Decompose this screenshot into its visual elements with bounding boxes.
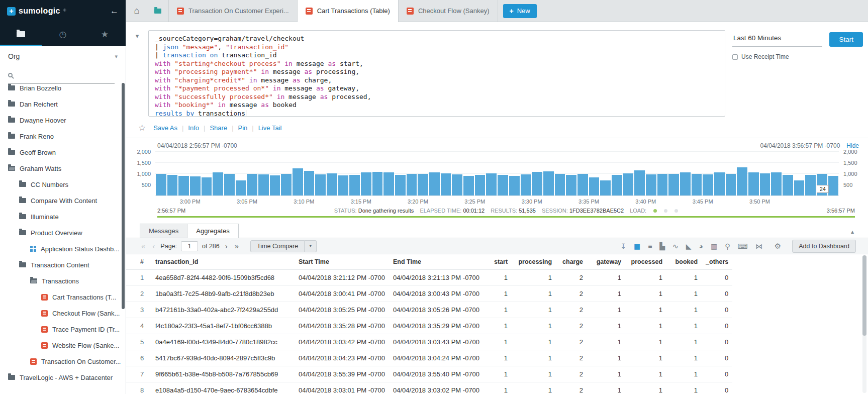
histogram-bar[interactable] (475, 175, 486, 195)
histogram-bar[interactable] (555, 174, 565, 195)
histogram-bar[interactable] (327, 173, 337, 195)
sidebar-item-product-overview[interactable]: Product Overview (0, 225, 126, 241)
sidebar-item-application-status-dashb[interactable]: Application Status Dashb... (0, 241, 126, 257)
histogram-bar[interactable] (737, 167, 747, 195)
column-header-gateway[interactable]: gateway (587, 254, 625, 270)
table-row[interactable]: 21ba0a3f1-7c25-48b9-9afb-c21f8d8b23eb04/… (126, 286, 732, 302)
collapse-results-icon[interactable]: ▴ (851, 228, 854, 238)
histogram-bar[interactable] (486, 173, 497, 195)
page-input[interactable] (181, 241, 198, 251)
sidebar-item-graham-watts[interactable]: Graham Watts (0, 160, 126, 176)
sidebar-search[interactable] (0, 66, 126, 83)
histogram-bar[interactable] (463, 176, 474, 195)
histogram-bar[interactable] (646, 174, 656, 195)
table-row[interactable]: 65417bc67-939d-40dc-8094-2897c5ff3c9b04/… (126, 350, 732, 366)
table-scrollbar[interactable] (862, 255, 866, 393)
histogram-bar[interactable] (680, 172, 691, 195)
sidebar-item-compare-with-content[interactable]: Compare With Content (0, 192, 126, 209)
histogram-bar[interactable] (805, 175, 816, 195)
histogram-bar[interactable] (178, 176, 189, 195)
table-row[interactable]: 8e108a4a5-d150-470e-9aec-6783654cdbfe04/… (126, 382, 732, 394)
sidebar-search-input[interactable] (18, 71, 118, 79)
table-view-icon[interactable]: ▦ (634, 242, 640, 250)
histogram-bar[interactable] (623, 173, 634, 195)
first-page-button[interactable]: « (140, 242, 147, 250)
sidebar-item-transaction-on-customer[interactable]: Transaction On Customer... (0, 353, 126, 369)
tab-aggregates[interactable]: Aggregates (187, 224, 239, 238)
library-tab[interactable] (0, 22, 42, 46)
histogram-bar[interactable] (726, 174, 736, 196)
histogram-bar[interactable] (349, 175, 360, 195)
histogram-bar[interactable] (441, 173, 451, 195)
table-row[interactable]: 4f4c180a2-23f3-45a1-8ef7-1bf06cc6388b04/… (126, 318, 732, 334)
histogram-bar[interactable] (383, 172, 394, 195)
histogram-bar[interactable] (407, 174, 417, 196)
hide-link[interactable]: Hide (846, 142, 859, 149)
favorites-tab[interactable]: ★ (84, 22, 126, 46)
tab-transaction-on-customer-experi[interactable]: Transaction On Customer Experi... (168, 0, 297, 22)
home-button[interactable]: ⌂ (126, 0, 147, 22)
histogram-bar[interactable] (794, 180, 805, 195)
action-share[interactable]: Share (210, 124, 227, 132)
sidebar-item-cc-numbers[interactable]: CC Numbers (0, 176, 126, 192)
sidebar-item-trace-payment-id-tr[interactable]: Trace Payment ID (Tr... (0, 321, 126, 337)
histogram-bar[interactable] (156, 174, 166, 195)
next-page-button[interactable]: › (224, 242, 229, 250)
sidebar-item-dwayne-hoover[interactable]: Dwayne Hoover (0, 112, 126, 128)
histogram-bar[interactable] (258, 174, 269, 195)
sidebar-item-dan-reichert[interactable]: Dan Reichert (0, 96, 126, 112)
histogram-bar[interactable] (657, 174, 668, 195)
column-header-processed[interactable]: processed (625, 254, 666, 270)
histogram-bar[interactable] (429, 172, 440, 195)
start-button[interactable]: Start (829, 32, 863, 47)
last-page-button[interactable]: » (233, 242, 240, 250)
histogram-bar[interactable] (634, 170, 645, 195)
use-receipt-time-checkbox[interactable]: Use Receipt Time (732, 53, 863, 60)
org-dropdown[interactable]: Org ▾ (0, 46, 126, 66)
histogram-bar[interactable] (247, 174, 257, 195)
column-header-others[interactable]: _others (702, 254, 732, 270)
histogram-bar[interactable] (783, 175, 793, 195)
sidebar-item-travellogic-aws-datacenter[interactable]: TravelLogic - AWS + Datacenter (0, 369, 126, 385)
line-chart-icon[interactable]: ∿ (672, 242, 679, 250)
settings-icon[interactable]: ⚙ (775, 242, 781, 251)
table-row[interactable]: 3b472161b-33a0-402a-abc2-7f2429a255dd04/… (126, 302, 732, 318)
tab-checkout-flow-sankey[interactable]: Checkout Flow (Sankey) (398, 0, 498, 22)
histogram-bar[interactable] (361, 172, 371, 195)
histogram-bar[interactable] (509, 176, 520, 195)
histogram-bar[interactable] (293, 168, 303, 195)
map-marker-icon[interactable]: ⚲ (725, 242, 730, 250)
histogram-bar[interactable] (498, 175, 508, 195)
collapse-sidebar-icon[interactable]: ← (110, 6, 119, 16)
column-header-charge[interactable]: charge (556, 254, 587, 270)
histogram-bar[interactable] (521, 174, 531, 195)
table-row[interactable]: 50a4e4169-f00d-4349-84d0-7780c18982cc04/… (126, 334, 732, 350)
favorite-star-icon[interactable]: ☆ (138, 123, 146, 133)
column-header-transaction-id[interactable]: transaction_id (151, 254, 295, 270)
histogram-bar[interactable] (372, 172, 383, 195)
tab-messages[interactable]: Messages (140, 224, 187, 238)
column-header-start[interactable]: start (484, 254, 512, 270)
histogram-bar[interactable] (315, 174, 326, 195)
histogram-bar[interactable] (543, 171, 554, 195)
column-header-booked[interactable]: booked (666, 254, 702, 270)
recents-tab[interactable]: ◷ (42, 22, 83, 46)
relation-icon[interactable]: ⋈ (755, 242, 762, 250)
histogram-bar[interactable] (577, 174, 588, 196)
list-view-icon[interactable]: ≡ (648, 242, 652, 250)
histogram-bar[interactable] (338, 175, 349, 195)
area-chart-icon[interactable]: ◣ (686, 242, 692, 250)
histogram-bar[interactable] (236, 180, 246, 195)
keyboard-icon[interactable]: ⌨ (738, 242, 748, 250)
action-info[interactable]: Info (188, 124, 199, 132)
pie-chart-icon[interactable]: ◕ (699, 242, 703, 250)
histogram-bar[interactable] (224, 174, 235, 195)
sidebar-item-geoff-brown[interactable]: Geoff Brown (0, 144, 126, 160)
action-save-as[interactable]: Save As (153, 124, 177, 132)
prev-page-button[interactable]: ‹ (151, 242, 156, 250)
histogram-bar[interactable] (190, 176, 201, 195)
histogram-bar[interactable] (668, 174, 679, 196)
histogram-bar[interactable] (395, 175, 406, 195)
action-pin[interactable]: Pin (238, 124, 248, 132)
histogram-bar[interactable] (270, 175, 280, 195)
